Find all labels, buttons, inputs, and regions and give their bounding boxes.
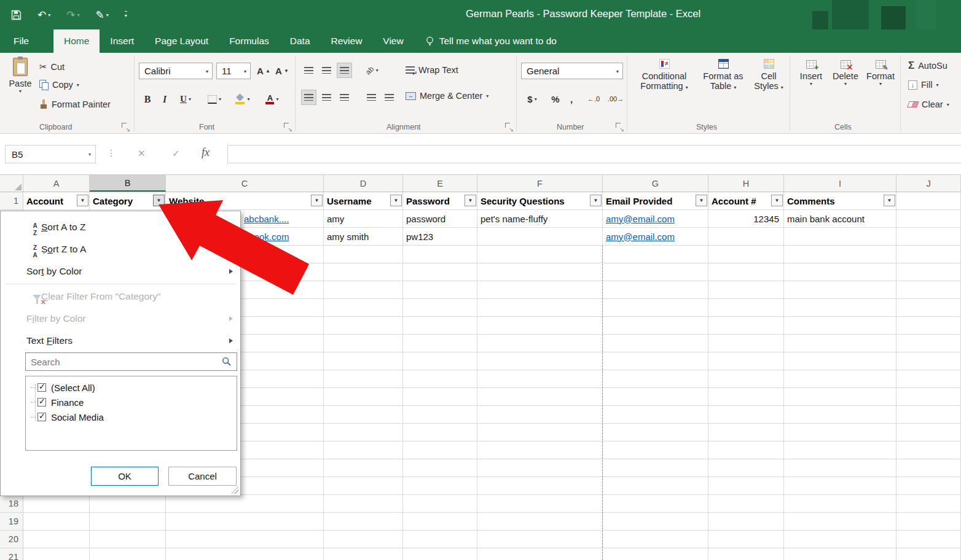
security-questions-filter-button[interactable]: ▼ [590,195,602,206]
cell-H15[interactable] [708,441,784,459]
cell-E18[interactable] [403,495,477,513]
tab-home[interactable]: Home [53,29,100,53]
cell-F13[interactable] [477,406,603,424]
cell-E1[interactable]: Password▼ [403,192,477,210]
tab-review[interactable]: Review [321,29,373,53]
cell-D1[interactable]: Username▼ [324,192,403,210]
comments-filter-button[interactable]: ▼ [884,195,895,206]
cell-D8[interactable] [324,317,403,335]
cell-E3[interactable]: pw123 [403,228,477,246]
cell-H1[interactable]: Account #▼ [708,192,784,210]
cell-F8[interactable] [477,317,603,335]
cell-D10[interactable] [324,352,403,370]
autosum-button[interactable]: ΣAutoSu [908,60,947,71]
cell-G12[interactable] [603,388,708,406]
cell-D21[interactable] [324,548,403,560]
cell-E5[interactable] [403,263,477,281]
cell-F9[interactable] [477,335,603,352]
cell-G8[interactable] [603,317,708,335]
cell-I1[interactable]: Comments▼ [784,192,896,210]
cell-H20[interactable] [708,531,784,548]
cell-G18[interactable] [603,495,708,513]
column-header-B[interactable]: B [90,175,166,192]
column-header-J[interactable]: J [896,175,961,192]
cell-G16[interactable] [603,459,708,477]
cell-E8[interactable] [403,317,477,335]
cell-F21[interactable] [477,548,603,560]
cell-C20[interactable] [166,531,324,548]
cell-J11[interactable] [896,370,961,388]
fill-color-button[interactable]: ▾ [231,91,254,107]
filter-option-select-all[interactable]: (Select All) [26,380,237,395]
cell-E16[interactable] [403,459,477,477]
column-header-E[interactable]: E [403,175,477,192]
cell-I18[interactable] [784,495,896,513]
font-color-button[interactable]: A▾ [261,91,284,107]
cell-G2[interactable]: amy@email.com [603,210,708,228]
alignment-dialog-launcher[interactable] [505,123,513,131]
cell-F11[interactable] [477,370,603,388]
cell-B19[interactable] [90,513,166,531]
cell-J1[interactable] [896,192,961,210]
pen-tool-button[interactable]: ✎▾ [96,10,109,20]
cell-H14[interactable] [708,424,784,441]
cell-C21[interactable] [166,548,324,560]
account-filter-button[interactable]: ▼ [77,195,88,206]
italic-button[interactable]: I [157,91,172,107]
cell-I14[interactable] [784,424,896,441]
cell-J9[interactable] [896,335,961,352]
column-header-I[interactable]: I [784,175,896,192]
row-header-18[interactable]: 18 [0,495,23,513]
cell-J6[interactable] [896,281,961,299]
cell-I16[interactable] [784,459,896,477]
cell-J8[interactable] [896,317,961,335]
cell-A21[interactable] [23,548,90,560]
cell-H6[interactable] [708,281,784,299]
cell-H16[interactable] [708,459,784,477]
cell-H7[interactable] [708,299,784,317]
cell-D7[interactable] [324,299,403,317]
account-number-filter-button[interactable]: ▼ [771,195,783,206]
cell-G15[interactable] [603,441,708,459]
number-format-combo[interactable]: General▾ [521,63,623,79]
cell-E9[interactable] [403,335,477,352]
name-box[interactable]: B5▾ [5,145,96,163]
cell-I8[interactable] [784,317,896,335]
column-header-C[interactable]: C [166,175,324,192]
column-header-D[interactable]: D [324,175,403,192]
cell-E17[interactable] [403,477,477,495]
cell-C19[interactable] [166,513,324,531]
cell-G11[interactable] [603,370,708,388]
checkbox-checked-icon[interactable] [37,383,46,392]
format-cells-button[interactable]: ✎ Format ▾ [864,60,897,87]
cell-H4[interactable] [708,246,784,263]
cell-G20[interactable] [603,531,708,548]
cell-G6[interactable] [603,281,708,299]
cell-G10[interactable] [603,352,708,370]
cell-F6[interactable] [477,281,603,299]
cell-E4[interactable] [403,246,477,263]
cell-D11[interactable] [324,370,403,388]
cell-A20[interactable] [23,531,90,548]
cell-I19[interactable] [784,513,896,531]
cell-G1[interactable]: Email Provided▼ [603,192,708,210]
cell-D4[interactable] [324,246,403,263]
checkbox-checked-icon[interactable] [37,413,46,421]
cell-F15[interactable] [477,441,603,459]
cell-D19[interactable] [324,513,403,531]
format-as-table-button[interactable]: Format asTable ▾ [698,59,748,91]
copy-button[interactable]: Copy▾ [39,80,79,90]
row-header-20[interactable]: 20 [0,531,23,548]
cell-C18[interactable] [166,495,324,513]
fill-button[interactable]: ↓Fill▾ [908,80,939,90]
top-align-button[interactable] [301,63,316,78]
cell-D16[interactable] [324,459,403,477]
align-left-button[interactable] [301,90,316,105]
tab-view[interactable]: View [372,29,414,53]
cell-H8[interactable] [708,317,784,335]
cell-D17[interactable] [324,477,403,495]
cell-A18[interactable] [23,495,90,513]
cell-F19[interactable] [477,513,603,531]
wrap-text-button[interactable]: ↵Wrap Text [406,65,458,75]
format-painter-button[interactable]: Format Painter [39,99,111,109]
